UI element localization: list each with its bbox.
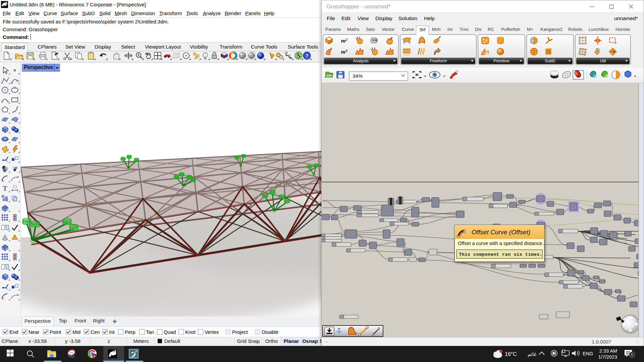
- svg-text:m²: m²: [341, 38, 347, 44]
- svg-text:?: ?: [306, 53, 308, 59]
- svg-text:غائم: غائم: [528, 351, 537, 357]
- svg-text:11: 11: [132, 355, 135, 358]
- svg-text:6: 6: [631, 353, 633, 357]
- svg-text:7: 7: [114, 350, 116, 353]
- svg-text:SubD: SubD: [545, 59, 555, 63]
- svg-text:Freeform: Freeform: [430, 59, 447, 63]
- svg-text:2:33 AM: 2:33 AM: [599, 348, 617, 354]
- svg-text:Analysis: Analysis: [353, 59, 369, 63]
- svg-text:This component ran six times.: This component ran six times.: [459, 252, 542, 257]
- svg-text:a: a: [93, 354, 95, 358]
- svg-text:Offset a curve with a specifie: Offset a curve with a specified distance…: [458, 241, 543, 246]
- svg-text:Util: Util: [600, 59, 606, 63]
- svg-text:34%: 34%: [353, 73, 363, 79]
- svg-text:1/7/2023: 1/7/2023: [598, 354, 617, 360]
- svg-text:m³: m³: [341, 49, 347, 55]
- svg-text:Primitive: Primitive: [493, 59, 509, 63]
- svg-text:T: T: [3, 185, 7, 192]
- svg-text:ENG: ENG: [583, 351, 593, 356]
- svg-text:16°C: 16°C: [505, 351, 517, 357]
- svg-text:Offset Curve (Offset): Offset Curve (Offset): [472, 229, 530, 236]
